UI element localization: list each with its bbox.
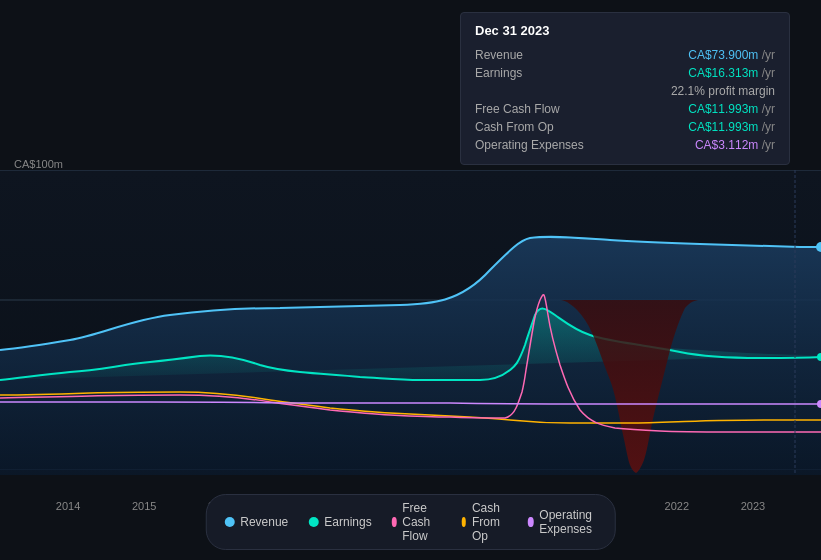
legend-dot-earnings — [308, 517, 318, 527]
legend-item-fcf[interactable]: Free Cash Flow — [392, 501, 442, 543]
tooltip-label-earnings: Earnings — [475, 64, 628, 82]
legend-label-earnings: Earnings — [324, 515, 371, 529]
tooltip-date: Dec 31 2023 — [475, 23, 775, 38]
legend-label-opex: Operating Expenses — [539, 508, 596, 536]
legend-dot-revenue — [224, 517, 234, 527]
tooltip-row-cashfromop: Cash From Op CA$11.993m /yr — [475, 118, 775, 136]
tooltip-card: Dec 31 2023 Revenue CA$73.900m /yr Earni… — [460, 12, 790, 165]
x-label-2014: 2014 — [56, 500, 80, 512]
x-label-2015: 2015 — [132, 500, 156, 512]
tooltip-label-cashfromop: Cash From Op — [475, 118, 628, 136]
tooltip-label-margin — [475, 82, 628, 100]
tooltip-row-margin: 22.1% profit margin — [475, 82, 775, 100]
legend-label-fcf: Free Cash Flow — [402, 501, 441, 543]
tooltip-value-revenue: CA$73.900m /yr — [628, 46, 775, 64]
legend-item-cashfromop[interactable]: Cash From Op — [461, 501, 508, 543]
tooltip-value-fcf: CA$11.993m /yr — [628, 100, 775, 118]
tooltip-label-opex: Operating Expenses — [475, 136, 628, 154]
x-label-2023: 2023 — [741, 500, 765, 512]
tooltip-row-revenue: Revenue CA$73.900m /yr — [475, 46, 775, 64]
legend-dot-opex — [528, 517, 533, 527]
legend-dot-cashfromop — [461, 517, 466, 527]
y-axis-top-label: CA$100m — [14, 158, 63, 170]
tooltip-row-opex: Operating Expenses CA$3.112m /yr — [475, 136, 775, 154]
legend-item-revenue[interactable]: Revenue — [224, 515, 288, 529]
x-label-2022: 2022 — [665, 500, 689, 512]
tooltip-value-cashfromop: CA$11.993m /yr — [628, 118, 775, 136]
legend-dot-fcf — [392, 517, 397, 527]
tooltip-label-revenue: Revenue — [475, 46, 628, 64]
tooltip-row-earnings: Earnings CA$16.313m /yr — [475, 64, 775, 82]
legend-label-revenue: Revenue — [240, 515, 288, 529]
legend-item-opex[interactable]: Operating Expenses — [528, 508, 597, 536]
tooltip-value-earnings: CA$16.313m /yr — [628, 64, 775, 82]
tooltip-label-fcf: Free Cash Flow — [475, 100, 628, 118]
tooltip-value-margin: 22.1% profit margin — [628, 82, 775, 100]
tooltip-table: Revenue CA$73.900m /yr Earnings CA$16.31… — [475, 46, 775, 154]
tooltip-value-opex: CA$3.112m /yr — [628, 136, 775, 154]
chart-legend: Revenue Earnings Free Cash Flow Cash Fro… — [205, 494, 616, 550]
legend-label-cashfromop: Cash From Op — [472, 501, 508, 543]
tooltip-row-fcf: Free Cash Flow CA$11.993m /yr — [475, 100, 775, 118]
legend-item-earnings[interactable]: Earnings — [308, 515, 371, 529]
main-chart — [0, 170, 821, 475]
